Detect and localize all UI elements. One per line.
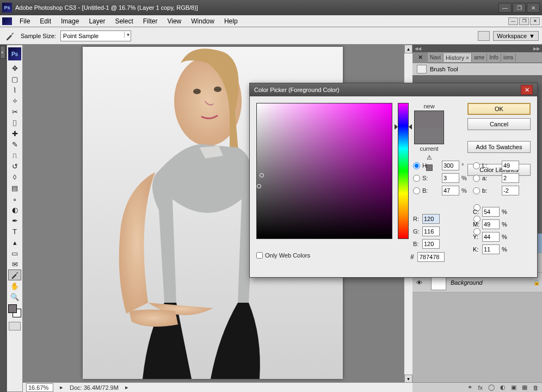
panel-expand-icon[interactable]: ▶▶ (533, 46, 540, 51)
tool-preset-icon[interactable] (3, 29, 16, 42)
history-row[interactable]: Brush Tool (412, 63, 542, 75)
color-marker[interactable] (260, 173, 264, 177)
system-menu-icon[interactable] (2, 17, 12, 25)
tool-eraser[interactable]: ◊ (8, 171, 21, 182)
tool-pen[interactable]: ✒ (8, 215, 21, 226)
adjust-icon[interactable]: ◐ (500, 384, 506, 391)
menu-layer[interactable]: Layer (84, 16, 109, 26)
mdi-restore[interactable]: ❐ (519, 17, 529, 25)
field-a[interactable] (502, 173, 519, 183)
zoom-field[interactable]: 16.67% (26, 383, 53, 392)
menu-help[interactable]: Help (220, 16, 242, 26)
tool-move[interactable]: ✥ (8, 63, 21, 74)
layer-name[interactable]: Background (448, 279, 483, 286)
menu-edit[interactable]: Edit (35, 16, 56, 26)
tool-type[interactable]: T (8, 226, 21, 237)
new-layer-icon[interactable]: ▦ (522, 384, 527, 391)
link-icon[interactable]: ⚭ (467, 384, 472, 391)
close-button[interactable]: ✕ (527, 3, 540, 13)
field-m[interactable] (482, 219, 500, 229)
tool-blur[interactable]: ∘ (8, 193, 21, 204)
trash-icon[interactable]: 🗑 (533, 384, 539, 391)
maximize-button[interactable]: ❐ (513, 3, 526, 13)
tool-shape[interactable]: ▭ (8, 248, 21, 259)
tab-histogram[interactable]: ame (472, 53, 487, 62)
radio-bv[interactable] (413, 187, 420, 194)
quickmask-button[interactable] (9, 322, 21, 330)
tool-brush[interactable]: ✎ (8, 139, 21, 150)
tool-zoom[interactable]: 🔍 (8, 291, 21, 302)
radio-b2[interactable] (473, 187, 480, 194)
menu-filter[interactable]: Filter (139, 16, 162, 26)
scroll-up-icon[interactable]: ▲ (404, 45, 412, 53)
zoom-menu-icon[interactable]: ▸ (60, 384, 63, 391)
foreground-swatch[interactable] (8, 304, 17, 313)
menu-select[interactable]: Select (110, 16, 137, 26)
mask-icon[interactable]: ◯ (488, 384, 495, 391)
radio-a[interactable] (473, 175, 480, 182)
field-y[interactable] (482, 232, 500, 242)
add-swatches-button[interactable]: Add To Swatches (467, 141, 531, 153)
field-bv[interactable] (442, 186, 459, 195)
tool-stamp[interactable]: ⎍ (8, 150, 21, 161)
tool-history-brush[interactable]: ↺ (8, 161, 21, 171)
minimize-button[interactable]: — (498, 3, 512, 13)
radio-s[interactable] (413, 175, 420, 182)
field-s[interactable] (442, 173, 459, 183)
color-swatches[interactable] (8, 304, 21, 318)
menu-view[interactable]: View (163, 16, 186, 26)
tab-history[interactable]: History × (444, 53, 472, 62)
field-r[interactable] (422, 214, 440, 224)
dock-handle[interactable]: ▸ (0, 46, 5, 59)
tool-healing[interactable]: ✚ (8, 128, 21, 139)
tab-actions[interactable]: ions (501, 53, 516, 62)
field-hex[interactable] (417, 252, 445, 262)
field-b[interactable] (422, 239, 440, 249)
tool-notes[interactable]: ✉ (8, 259, 21, 270)
tool-path-sel[interactable]: ▴ (8, 237, 21, 248)
sample-size-combo[interactable]: Point Sample (60, 30, 131, 41)
tab-navigator[interactable]: Navi (428, 53, 444, 62)
close-icon[interactable]: ✕ (521, 85, 533, 95)
tool-lasso[interactable]: ⌇ (8, 84, 21, 95)
current-color-swatch[interactable] (415, 127, 444, 144)
panel-menu-icon[interactable]: ✕ (412, 52, 428, 63)
hue-slider[interactable] (398, 103, 409, 239)
visibility-icon[interactable]: 👁 (415, 279, 423, 286)
go-to-bridge-icon[interactable] (478, 31, 490, 41)
tool-wand[interactable]: ✧ (8, 95, 21, 106)
cancel-button[interactable]: Cancel (467, 118, 531, 130)
folder-icon[interactable]: ▣ (511, 384, 516, 391)
field-k[interactable] (482, 244, 500, 254)
radio-l[interactable] (473, 162, 480, 169)
doc-info-menu-icon[interactable]: ▸ (125, 384, 128, 391)
only-web-colors-checkbox[interactable] (256, 252, 263, 259)
radio-h[interactable] (413, 162, 420, 169)
mdi-minimize[interactable]: — (508, 17, 518, 25)
tool-eyedropper[interactable] (8, 270, 21, 280)
color-field[interactable] (256, 103, 392, 239)
new-color-swatch[interactable] (415, 111, 444, 127)
field-b2[interactable] (502, 186, 519, 195)
menu-image[interactable]: Image (57, 16, 83, 26)
field-g[interactable] (422, 226, 440, 236)
doc-info[interactable]: Doc: 36.4M/72.9M (70, 384, 119, 391)
field-l[interactable] (502, 161, 519, 170)
mdi-close[interactable]: ✕ (530, 17, 540, 25)
tool-hand[interactable]: ✋ (8, 280, 21, 291)
workspace-menu[interactable]: Workspace ▼ (493, 31, 539, 41)
menu-window[interactable]: Window (187, 16, 219, 26)
ok-button[interactable]: OK (467, 103, 531, 115)
tool-gradient[interactable]: ▤ (8, 182, 21, 193)
tool-dodge[interactable]: ◐ (8, 204, 21, 215)
panel-collapse-icon[interactable]: ◀◀ (415, 46, 421, 51)
field-h[interactable] (442, 161, 459, 170)
menu-file[interactable]: File (15, 16, 34, 26)
color-picker-titlebar[interactable]: Color Picker (Foreground Color) ✕ (250, 83, 537, 96)
field-c[interactable] (482, 207, 500, 217)
tool-crop[interactable]: ✂ (8, 106, 21, 117)
tool-marquee[interactable]: ▢ (8, 74, 21, 84)
tab-info[interactable]: Info (487, 53, 501, 62)
tool-slice[interactable]: ⌷ (8, 117, 21, 128)
fx-icon[interactable]: fx (478, 384, 483, 391)
